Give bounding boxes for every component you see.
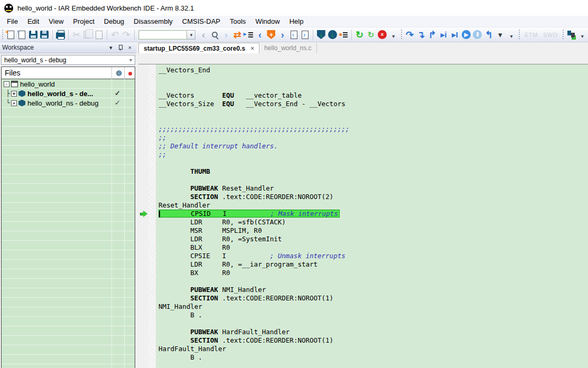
code-line[interactable] <box>158 74 588 83</box>
code-line[interactable]: ;; <box>158 150 588 159</box>
code-line[interactable]: HardFault_Handler <box>158 345 588 353</box>
code-line[interactable]: B . <box>158 311 588 319</box>
cut-button[interactable]: ✂ <box>71 29 81 41</box>
breakpoint-margin[interactable] <box>138 64 148 368</box>
reset-button[interactable]: ↻ <box>354 29 365 41</box>
gear-icon[interactable]: ☸ <box>113 69 125 78</box>
code-line[interactable] <box>158 83 588 91</box>
files-header[interactable]: Files ☸ <box>2 67 135 79</box>
code-line[interactable] <box>158 319 588 328</box>
next-bookmark-button[interactable]: › <box>277 29 287 41</box>
previous-bookmark-button[interactable]: ‹ <box>255 29 265 41</box>
toolbar-overflow-button-2[interactable]: ▾ <box>506 29 516 41</box>
paste-button[interactable] <box>94 29 104 41</box>
code-line[interactable]: __Vectors EQU __vector_table <box>158 91 588 100</box>
debug-dropdown-button[interactable]: ▾ <box>495 29 505 41</box>
code-line[interactable] <box>158 176 588 184</box>
power-log-button[interactable]: + <box>566 29 576 41</box>
code-line[interactable]: NMI_Handler <box>158 303 588 311</box>
collapse-icon[interactable]: - <box>4 81 10 87</box>
menu-item-project[interactable]: Project <box>68 16 99 26</box>
code-line[interactable]: LDR R0, =sfb(CSTACK) <box>158 218 588 227</box>
open-file-button[interactable]: ↑ <box>17 29 27 41</box>
menu-item-tools[interactable]: Tools <box>225 16 250 26</box>
code-line[interactable]: CPSID I ; Mask interrupts <box>158 210 588 218</box>
code-line[interactable]: ;;;;;;;;;;;;;;;;;;;;;;;;;;;;;;;;;;;;;;;;… <box>158 125 588 134</box>
menu-item-debug[interactable]: Debug <box>99 16 129 26</box>
code-line[interactable] <box>158 159 588 167</box>
pause-button[interactable]: Ⅱ <box>472 29 482 41</box>
code-line[interactable]: BLX R0 <box>158 243 588 252</box>
tree-row-hello_world[interactable]: -hello_world <box>2 79 135 89</box>
swo-button[interactable]: SWO <box>540 30 561 40</box>
find-next-button[interactable]: › <box>221 29 231 41</box>
menu-item-view[interactable]: View <box>44 16 68 26</box>
build-config-dropdown[interactable]: hello_world_s - debug ▾ <box>1 55 135 65</box>
code-line[interactable]: LDR R0, =__iar_program_start <box>158 260 588 269</box>
code-line[interactable]: SECTION .text:CODE:REORDER:NOROOT(1) <box>158 336 588 345</box>
navigate-swap-button[interactable]: ⇄ <box>232 29 242 41</box>
code-line[interactable]: Reset_Handler <box>158 201 588 210</box>
toggle-breakpoint-button[interactable]: + <box>266 29 276 41</box>
print-button[interactable] <box>55 29 66 41</box>
code-line[interactable]: THUMB <box>158 167 588 176</box>
find-combobox[interactable]: ▾ <box>138 30 195 40</box>
code-line[interactable]: BX R0 <box>158 269 588 277</box>
menu-item-file[interactable]: File <box>2 16 23 26</box>
find-button[interactable] <box>210 29 220 41</box>
goto-list-button[interactable] <box>244 29 254 41</box>
code-line[interactable] <box>158 108 588 117</box>
reset-return-button[interactable]: ↰ <box>484 29 494 41</box>
code-line[interactable]: SECTION .text:CODE:REORDER:NOROOT(2) <box>158 193 588 201</box>
stop-debugging-button[interactable]: × <box>377 29 387 41</box>
go-button[interactable]: ▶ <box>461 29 471 41</box>
code-line[interactable]: PUBWEAK Reset_Handler <box>158 184 588 193</box>
undo-button[interactable]: ↶ <box>110 29 120 41</box>
code-editor[interactable]: __Vectors_End__Vectors EQU __vector_tabl… <box>156 64 588 368</box>
step-over-button[interactable]: ↷ <box>405 29 415 41</box>
next-file-button[interactable]: › <box>300 29 310 41</box>
expand-icon[interactable]: + <box>11 100 17 106</box>
break-button[interactable]: ↻ <box>366 29 376 41</box>
tab-hello_world_ns-c[interactable]: hello_world_ns.c <box>259 43 316 53</box>
code-line[interactable]: MSR MSPLIM, R0 <box>158 227 588 235</box>
code-line[interactable]: PUBWEAK HardFault_Handler <box>158 328 588 336</box>
code-line[interactable]: ;; <box>158 134 588 142</box>
etm-button[interactable]: ETM <box>522 30 540 40</box>
code-line[interactable]: __Vectors_End <box>158 66 588 74</box>
workspace-menu-icon[interactable]: ▾ <box>107 44 115 51</box>
workspace-titlebar[interactable]: Workspace ▾ × <box>0 42 136 53</box>
tab-startup_LPC55S69_cm33_core0-s[interactable]: startup_LPC55S69_cm33_core0.s× <box>138 43 259 53</box>
code-line[interactable]: SECTION .text:CODE:REORDER:NOROOT(1) <box>158 294 588 303</box>
code-line[interactable]: B . <box>158 353 588 362</box>
code-line[interactable] <box>158 117 588 125</box>
menu-item-cmsis-dap[interactable]: CMSIS-DAP <box>178 16 225 26</box>
find-previous-button[interactable]: ‹ <box>198 29 208 41</box>
download-button[interactable]: ↓ <box>316 29 326 41</box>
toolbar-overflow-button-1[interactable]: ▾ <box>388 29 398 41</box>
debug-without-downloading-button[interactable] <box>339 29 349 41</box>
run-to-cursor-button[interactable]: ▸I <box>450 29 460 41</box>
current-execution-line[interactable]: CPSID I ; Mask interrupts <box>158 210 340 218</box>
previous-file-button[interactable]: ‹ <box>288 29 298 41</box>
code-line[interactable]: __Vectors_Size EQU __Vectors_End - __Vec… <box>158 100 588 108</box>
close-icon[interactable]: × <box>250 45 254 52</box>
code-line[interactable]: CPSIE I ; Unmask interrupts <box>158 252 588 260</box>
tree-row-hello_world_ns-debug[interactable]: └+hello_world_ns - debug✓ <box>2 98 135 108</box>
save-all-button[interactable] <box>40 29 50 41</box>
download-and-debug-button[interactable]: ↓ <box>327 29 337 41</box>
workspace-close-icon[interactable]: × <box>126 44 134 51</box>
code-line[interactable]: LDR R0, =SystemInit <box>158 235 588 243</box>
code-line[interactable] <box>158 362 588 368</box>
find-combo-dropdown-icon[interactable]: ▾ <box>187 30 195 40</box>
redo-button[interactable]: ↷ <box>121 29 131 41</box>
menu-item-help[interactable]: Help <box>285 16 309 26</box>
find-input[interactable] <box>138 30 187 40</box>
pin-icon[interactable] <box>117 44 124 51</box>
code-line[interactable]: ;; Default interrupt handlers. <box>158 142 588 150</box>
copy-button[interactable] <box>82 29 92 41</box>
new-document-button[interactable]: + <box>6 29 16 41</box>
code-line[interactable] <box>158 277 588 286</box>
tree-row-hello_world_s-de-[interactable]: ├+hello_world_s - de...✓ <box>2 89 135 98</box>
expand-icon[interactable]: + <box>11 91 17 97</box>
